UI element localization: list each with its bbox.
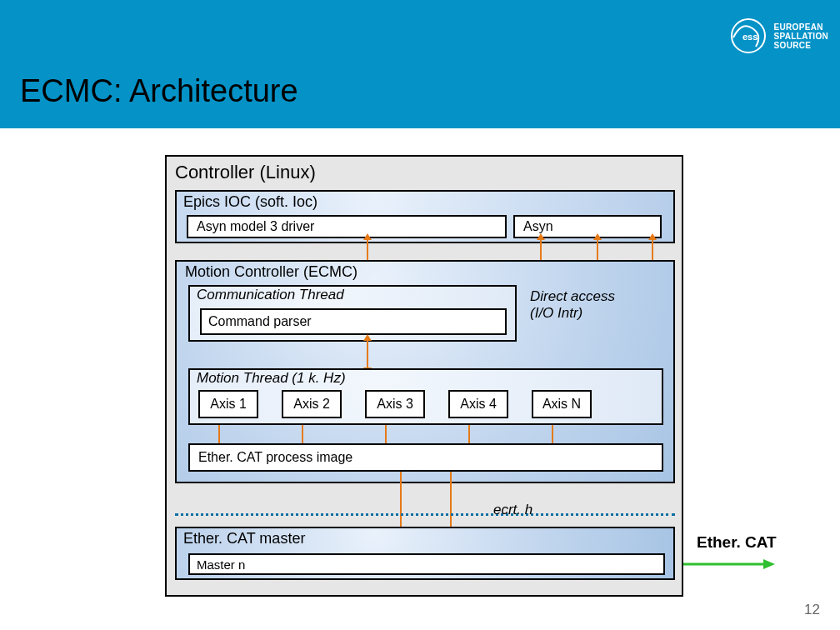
- architecture-diagram: Controller (Linux) Epics IOC (soft. Ioc)…: [165, 155, 683, 597]
- ethercat-process-image-box: Ether. CAT process image: [188, 443, 663, 472]
- communication-thread-label: Communication Thread: [197, 287, 344, 303]
- master-n-box: Master n: [188, 553, 665, 575]
- command-parser-box: Command parser: [200, 308, 507, 335]
- axis-box-1: Axis 1: [198, 390, 258, 418]
- arrow-comm-to-motion: [367, 340, 368, 368]
- asyn-box: Asyn: [513, 215, 662, 238]
- motion-thread-box: Motion Thread (1 k. Hz) Axis 1 Axis 2 Ax…: [188, 368, 663, 425]
- ess-logo: ess EUROPEAN SPALLATION SOURCE: [729, 17, 828, 55]
- ethercat-master-box: Ether. CAT master Master n: [175, 527, 675, 580]
- epics-ioc-label: Epics IOC (soft. Ioc): [183, 193, 318, 211]
- direct-access-label: Direct access (I/O Intr): [530, 288, 615, 322]
- svg-marker-2: [763, 559, 775, 569]
- axis-box-n: Axis N: [532, 390, 592, 418]
- controller-box-label: Controller (Linux): [175, 162, 316, 183]
- ethercat-arrow-icon: [683, 558, 775, 571]
- communication-thread-box: Communication Thread Command parser: [188, 285, 517, 342]
- ethercat-external-label: Ether. CAT: [697, 533, 777, 552]
- ecmc-box: Motion Controller (ECMC) Communication T…: [175, 260, 675, 483]
- axes-row: Axis 1 Axis 2 Axis 3 Axis 4 Axis N: [198, 390, 592, 418]
- page-number: 12: [804, 602, 820, 618]
- axis-box-4: Axis 4: [448, 390, 508, 418]
- direct-access-line-2: (I/O Intr): [530, 305, 615, 322]
- ess-logo-text: ess: [742, 32, 758, 42]
- brand-line-3: SOURCE: [774, 41, 828, 50]
- asyn-model3-driver-box: Asyn model 3 driver: [187, 215, 507, 238]
- axis-box-3: Axis 3: [365, 390, 425, 418]
- motion-thread-label: Motion Thread (1 k. Hz): [197, 370, 346, 387]
- ess-logo-full-text: EUROPEAN SPALLATION SOURCE: [774, 22, 828, 50]
- ecmc-label: Motion Controller (ECMC): [185, 263, 358, 281]
- slide-title: ECMC: Architecture: [20, 73, 298, 109]
- ecrt-label: ecrt. h: [493, 502, 532, 518]
- brand-line-1: EUROPEAN: [774, 22, 828, 32]
- ess-logo-mark: ess: [729, 17, 768, 55]
- brand-line-2: SPALLATION: [774, 32, 828, 41]
- ecrt-divider: [175, 513, 675, 516]
- ethercat-master-label: Ether. CAT master: [183, 530, 305, 548]
- axis-box-2: Axis 2: [282, 390, 342, 418]
- direct-access-line-1: Direct access: [530, 288, 615, 305]
